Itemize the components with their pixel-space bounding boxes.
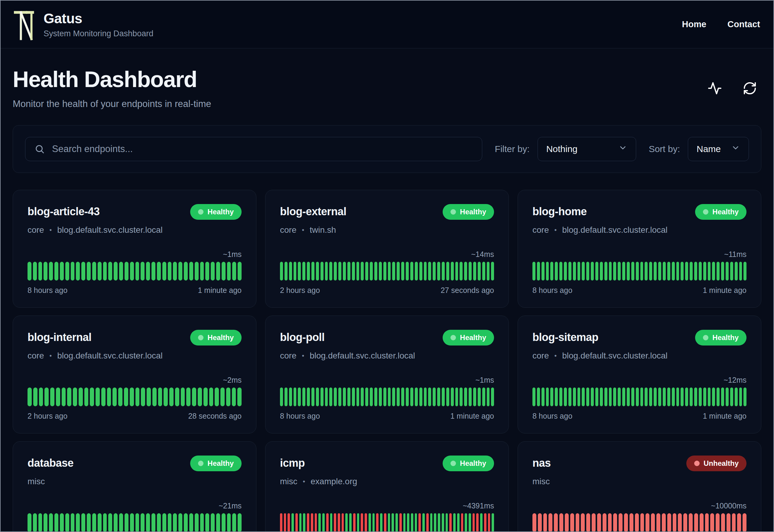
endpoint-card[interactable]: blog-article-43 Healthy core • blog.defa… — [13, 190, 256, 308]
uptime-bar[interactable] — [44, 388, 49, 406]
uptime-bar[interactable] — [320, 262, 324, 281]
uptime-bar[interactable] — [146, 262, 150, 281]
uptime-bar[interactable] — [576, 513, 580, 532]
uptime-bar[interactable] — [541, 262, 545, 281]
uptime-bar[interactable] — [480, 513, 483, 532]
uptime-bar[interactable] — [103, 262, 107, 281]
uptime-bar[interactable] — [112, 388, 117, 406]
uptime-bar[interactable] — [595, 388, 598, 406]
uptime-bar[interactable] — [60, 262, 64, 281]
uptime-bar[interactable] — [577, 262, 581, 281]
uptime-bar[interactable] — [60, 513, 64, 532]
uptime-bar[interactable] — [743, 388, 746, 406]
endpoint-card[interactable]: nas Unhealthy misc • ~10000ms 8 hours ag… — [518, 441, 761, 532]
uptime-bar[interactable] — [721, 388, 724, 406]
uptime-bar[interactable] — [543, 513, 547, 532]
uptime-bar[interactable] — [646, 513, 649, 532]
uptime-bar[interactable] — [619, 513, 623, 532]
activity-icon[interactable] — [707, 81, 722, 96]
uptime-bar[interactable] — [631, 388, 634, 406]
endpoint-card[interactable]: blog-home Healthy core • blog.default.sv… — [518, 190, 761, 308]
uptime-bar[interactable] — [739, 388, 742, 406]
uptime-bar[interactable] — [181, 388, 185, 406]
uptime-bar[interactable] — [280, 262, 283, 281]
uptime-bar[interactable] — [175, 388, 179, 406]
uptime-bar[interactable] — [565, 513, 569, 532]
uptime-bar[interactable] — [461, 513, 463, 532]
uptime-bar[interactable] — [685, 262, 688, 281]
uptime-bar[interactable] — [227, 262, 231, 281]
uptime-bar[interactable] — [473, 388, 476, 406]
uptime-bar[interactable] — [582, 262, 585, 281]
uptime-bar[interactable] — [67, 388, 71, 406]
uptime-bar[interactable] — [101, 388, 106, 406]
uptime-bar[interactable] — [570, 513, 574, 532]
uptime-bar[interactable] — [478, 388, 481, 406]
uptime-bar[interactable] — [361, 262, 364, 281]
uptime-bar[interactable] — [326, 513, 329, 532]
uptime-bar[interactable] — [451, 388, 454, 406]
uptime-bar[interactable] — [291, 513, 294, 532]
uptime-bar[interactable] — [232, 513, 236, 532]
uptime-bar[interactable] — [484, 513, 486, 532]
uptime-bar[interactable] — [613, 262, 616, 281]
uptime-bar[interactable] — [383, 388, 386, 406]
uptime-bar[interactable] — [186, 388, 190, 406]
uptime-bar[interactable] — [284, 513, 286, 532]
uptime-bar[interactable] — [548, 513, 552, 532]
uptime-bar[interactable] — [712, 388, 715, 406]
uptime-bar[interactable] — [705, 513, 709, 532]
uptime-bar[interactable] — [135, 388, 140, 406]
uptime-bar[interactable] — [708, 388, 711, 406]
uptime-bar[interactable] — [298, 262, 301, 281]
uptime-bar[interactable] — [162, 513, 166, 532]
uptime-bar[interactable] — [325, 388, 328, 406]
uptime-bar[interactable] — [600, 262, 603, 281]
uptime-bar[interactable] — [44, 262, 47, 281]
uptime-bar[interactable] — [603, 513, 607, 532]
uptime-bar[interactable] — [739, 262, 742, 281]
uptime-bar[interactable] — [392, 388, 395, 406]
uptime-bar[interactable] — [135, 262, 139, 281]
uptime-bar[interactable] — [478, 262, 481, 281]
uptime-bar[interactable] — [401, 388, 404, 406]
uptime-bar[interactable] — [678, 513, 682, 532]
uptime-bar[interactable] — [352, 262, 355, 281]
uptime-bar[interactable] — [640, 388, 643, 406]
uptime-bar[interactable] — [550, 262, 553, 281]
uptime-bar[interactable] — [87, 262, 91, 281]
uptime-bar[interactable] — [538, 513, 542, 532]
uptime-bar[interactable] — [294, 388, 297, 406]
uptime-bar[interactable] — [613, 513, 617, 532]
uptime-bar[interactable] — [329, 388, 332, 406]
uptime-bar[interactable] — [237, 388, 242, 406]
uptime-bar[interactable] — [338, 262, 341, 281]
uptime-bar[interactable] — [415, 388, 418, 406]
uptime-bar[interactable] — [316, 388, 319, 406]
uptime-bar[interactable] — [618, 388, 621, 406]
uptime-bar[interactable] — [54, 262, 58, 281]
uptime-bar[interactable] — [92, 262, 96, 281]
uptime-bar[interactable] — [28, 388, 32, 406]
uptime-bar[interactable] — [411, 513, 413, 532]
uptime-bar[interactable] — [446, 388, 449, 406]
uptime-bar[interactable] — [289, 388, 292, 406]
uptime-bar[interactable] — [338, 513, 340, 532]
uptime-bar[interactable] — [397, 388, 400, 406]
uptime-bar[interactable] — [361, 513, 363, 532]
uptime-bar[interactable] — [330, 513, 333, 532]
uptime-bar[interactable] — [717, 262, 720, 281]
uptime-bar[interactable] — [356, 262, 359, 281]
uptime-bar[interactable] — [311, 513, 313, 532]
uptime-bar[interactable] — [96, 388, 100, 406]
uptime-bar[interactable] — [559, 388, 562, 406]
uptime-bar[interactable] — [667, 262, 670, 281]
uptime-bar[interactable] — [689, 513, 693, 532]
uptime-bar[interactable] — [130, 388, 134, 406]
uptime-bar[interactable] — [609, 388, 612, 406]
uptime-bar[interactable] — [62, 388, 66, 406]
uptime-bar[interactable] — [690, 262, 693, 281]
uptime-bar[interactable] — [98, 513, 102, 532]
uptime-bar[interactable] — [699, 262, 702, 281]
uptime-bar[interactable] — [546, 388, 549, 406]
